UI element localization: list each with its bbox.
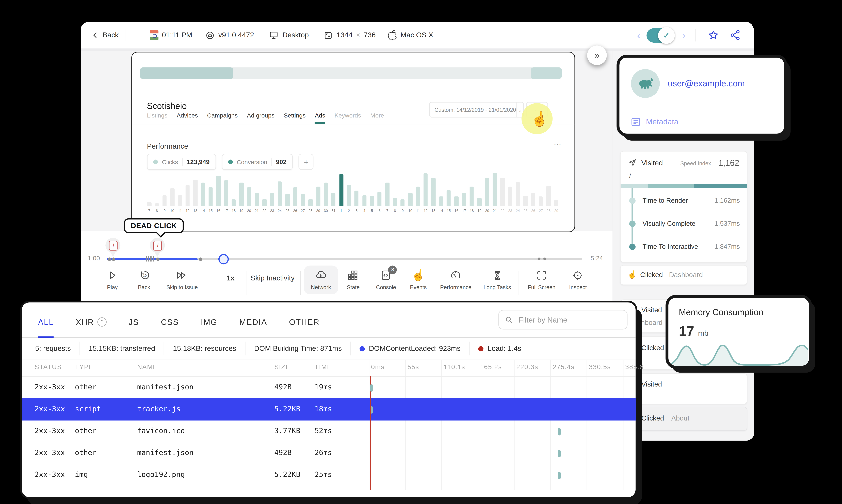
performance-panel-button[interactable]: Performance: [440, 270, 471, 290]
chip-dot: [228, 160, 233, 164]
state-panel-button[interactable]: State: [347, 270, 360, 290]
inspect-button[interactable]: Inspect: [569, 270, 587, 290]
column-header-status[interactable]: STATUS: [35, 363, 62, 370]
cell-size: 3.77KB: [274, 426, 301, 435]
cell-status: 2xx-3xx: [35, 382, 65, 391]
chart-bar: 31: [331, 171, 336, 213]
issue-marker[interactable]: i: [105, 238, 120, 253]
event-card-clicked-about[interactable]: ☝ Clicked About: [620, 407, 747, 431]
device-label: Desktop: [282, 31, 309, 39]
speed-button[interactable]: 1x: [227, 274, 235, 282]
controls-divider: [247, 271, 247, 295]
site-tab-campaigns[interactable]: Campaigns: [207, 112, 238, 124]
full-screen-button[interactable]: Full Screen: [528, 270, 555, 290]
column-header-type[interactable]: TYPE: [75, 363, 94, 370]
site-tab-keywords[interactable]: Keywords: [335, 112, 361, 124]
event-dot[interactable]: [199, 257, 202, 261]
chart-bar: 24: [516, 171, 520, 213]
event-card-clicked-dashboard[interactable]: ☝ Clicked Dashboard: [620, 265, 747, 285]
event-dot[interactable]: [156, 257, 160, 261]
autoplay-toggle[interactable]: ✓: [646, 22, 673, 48]
filter-field[interactable]: [499, 310, 627, 329]
event-dot[interactable]: [108, 257, 111, 261]
cell-time: 52ms: [315, 426, 332, 435]
site-tab-ads[interactable]: Ads: [315, 112, 325, 124]
share-button[interactable]: [730, 22, 741, 48]
issue-marker-dead-click[interactable]: i: [150, 238, 165, 253]
cell-time: 25ms: [315, 470, 332, 479]
event-card-visited-2[interactable]: Visited: [620, 373, 747, 404]
network-tab-js[interactable]: JS: [129, 317, 139, 337]
back-10s-button[interactable]: 10 Back: [138, 270, 150, 290]
column-header-time[interactable]: TIME: [315, 363, 332, 370]
toggle-track[interactable]: ✓: [646, 28, 673, 42]
network-tab-img[interactable]: IMG: [201, 317, 217, 337]
event-tick[interactable]: [153, 256, 154, 262]
filter-input[interactable]: [518, 315, 621, 325]
prev-session-button[interactable]: ‹: [637, 22, 641, 48]
metric-dot: [629, 221, 636, 227]
network-row-favicon.ico[interactable]: 2xx-3xxotherfavicon.ico3.77KB52ms: [22, 420, 635, 442]
metric-chip-clicks[interactable]: Clicks123,949: [147, 154, 216, 170]
network-tab-media[interactable]: MEDIA: [239, 317, 267, 337]
skip-to-issue-button[interactable]: Skip to Issue: [166, 270, 198, 290]
cell-time: 19ms: [315, 382, 332, 391]
network-row-manifest.json[interactable]: 2xx-3xxothermanifest.json492B19ms: [22, 376, 635, 398]
info-icon: i: [109, 240, 117, 250]
skip-inactivity-button[interactable]: Skip Inactivity: [251, 274, 294, 282]
user-card[interactable]: user@example.com Metadata: [616, 55, 787, 137]
event-tick[interactable]: [146, 256, 147, 262]
section-more-icon[interactable]: ⋯: [554, 140, 562, 148]
cell-time: 26ms: [315, 448, 332, 457]
site-tab-ad-groups[interactable]: Ad groups: [247, 112, 274, 124]
event-type: Clicked: [641, 344, 664, 352]
metric-chip-conversion[interactable]: Conversion902: [222, 154, 293, 170]
network-tab-all[interactable]: ALL: [38, 317, 54, 338]
paper-plane-icon: [628, 158, 637, 167]
events-panel-button[interactable]: ☝ Events: [410, 270, 427, 290]
site-tab-listings[interactable]: Listings: [147, 112, 167, 124]
play-button[interactable]: Play: [107, 270, 118, 290]
network-stat: 15.18KB: resources: [164, 342, 246, 355]
network-row-tracker.js[interactable]: 2xx-3xxscripttracker.js5.22KB18ms: [22, 398, 635, 420]
add-metric-button[interactable]: +: [299, 154, 313, 170]
timeline-scrubber[interactable]: [218, 254, 229, 265]
column-header-size[interactable]: SIZE: [274, 363, 290, 370]
collapse-sidebar-button[interactable]: »: [587, 46, 607, 65]
long-tasks-panel-button[interactable]: Long Tasks: [483, 270, 511, 290]
info-icon: i: [153, 240, 161, 250]
back-button[interactable]: Back: [91, 22, 119, 48]
network-tab-other[interactable]: OTHER: [289, 317, 320, 337]
cell-size: 492B: [274, 448, 292, 457]
network-panel-button[interactable]: Network: [304, 266, 338, 294]
user-email[interactable]: user@example.com: [668, 78, 745, 88]
visited-speed-card[interactable]: Visited Speed Index 1,162 / Time to Rend…: [620, 151, 747, 263]
network-tab-xhr[interactable]: XHR?: [76, 317, 107, 337]
site-tab-advices[interactable]: Advices: [177, 112, 198, 124]
event-type: Clicked: [641, 414, 664, 422]
favorite-button[interactable]: [707, 22, 719, 48]
metric-dot: [629, 198, 636, 204]
hand-icon: ☝: [412, 270, 425, 281]
chart-bar: 11: [178, 171, 182, 213]
event-dot[interactable]: [112, 257, 115, 261]
help-icon[interactable]: ?: [97, 317, 107, 327]
site-tab-settings[interactable]: Settings: [284, 112, 306, 124]
chart-bar: 12: [185, 171, 190, 213]
cell-time: 18ms: [315, 404, 332, 413]
network-tab-css[interactable]: CSS: [161, 317, 179, 337]
column-header-name[interactable]: NAME: [137, 363, 158, 370]
timeline-track[interactable]: [107, 258, 582, 260]
console-panel-button[interactable]: 3 Console: [376, 270, 396, 290]
event-dot[interactable]: [538, 257, 540, 260]
network-row-manifest.json[interactable]: 2xx-3xxothermanifest.json492B26ms: [22, 442, 635, 464]
event-tick[interactable]: [148, 256, 149, 262]
event-dot[interactable]: [543, 257, 546, 260]
event-tick[interactable]: [150, 256, 151, 262]
metadata-button[interactable]: Metadata: [631, 118, 679, 126]
site-tab-more[interactable]: More: [370, 112, 384, 124]
chart-bar: 7: [147, 171, 151, 213]
network-row-logo192.png[interactable]: 2xx-3xximglogo192.png5.22KB25ms: [22, 464, 635, 486]
resolution-separator: ×: [356, 31, 360, 39]
next-session-button[interactable]: ›: [682, 22, 686, 48]
